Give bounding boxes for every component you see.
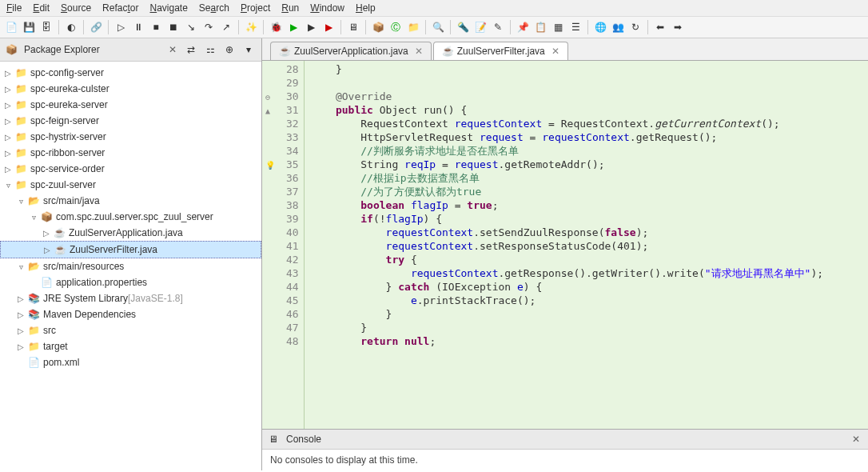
new-folder-button[interactable]: 📁 bbox=[405, 19, 421, 35]
tree-item[interactable]: ▷📁spc-hystrix-server bbox=[0, 129, 261, 145]
new-pkg-button[interactable]: 📦 bbox=[370, 19, 386, 35]
project-tree[interactable]: ▷📁spc-config-server▷📁spc-eureka-culster▷… bbox=[0, 62, 261, 470]
tree-item[interactable]: ▷📚JRE System Library [JavaSE-1.8] bbox=[0, 290, 261, 306]
resume-button[interactable]: ▷ bbox=[113, 19, 129, 35]
code-area[interactable]: } @Override public Object run() { Reques… bbox=[305, 61, 830, 429]
tree-item[interactable]: ▷📁spc-feign-server bbox=[0, 113, 261, 129]
coverage-button[interactable]: ▶ bbox=[303, 19, 319, 35]
tree-label: spc-eureka-culster bbox=[30, 83, 109, 94]
twisty-icon[interactable]: ▷ bbox=[16, 310, 26, 319]
tree-item[interactable]: ▷📁src bbox=[0, 322, 261, 338]
server-button[interactable]: 🖥 bbox=[345, 19, 361, 35]
ext-tools-button[interactable]: ▶ bbox=[321, 19, 336, 35]
step-over-button[interactable]: ↷ bbox=[201, 19, 217, 35]
new-class-button[interactable]: Ⓒ bbox=[388, 19, 404, 35]
save-all-button[interactable]: 🗄 bbox=[38, 19, 54, 35]
twisty-icon[interactable]: ▷ bbox=[3, 149, 13, 158]
pin-button[interactable]: 📌 bbox=[515, 19, 531, 35]
run-last-button[interactable]: ↻ bbox=[627, 19, 643, 35]
twisty-icon[interactable]: ▷ bbox=[16, 326, 26, 335]
open-type-button[interactable]: 🔍 bbox=[430, 19, 446, 35]
tab-close-icon[interactable]: ✕ bbox=[415, 46, 423, 57]
twisty-icon[interactable]: ▷ bbox=[16, 342, 26, 351]
back-button[interactable]: ⬅ bbox=[652, 19, 668, 35]
tree-label: src/main/java bbox=[43, 195, 100, 206]
close-icon[interactable]: ✕ bbox=[165, 44, 180, 55]
tree-label: ZuulServerApplication.java bbox=[69, 227, 183, 238]
link-button[interactable]: 🔗 bbox=[88, 19, 104, 35]
twisty-icon[interactable]: ▷ bbox=[16, 294, 26, 303]
tree-item[interactable]: ▿📦com.spc.zuul.server.spc_zuul_server bbox=[0, 209, 261, 225]
tree-item[interactable]: 📄application.properties bbox=[0, 274, 261, 290]
editor-tab[interactable]: ☕ZuulServerFilter.java✕ bbox=[433, 42, 568, 60]
tree-item[interactable]: 📄pom.xml bbox=[0, 354, 261, 370]
menu-project[interactable]: Project bbox=[241, 2, 270, 14]
twisty-icon[interactable]: ▿ bbox=[3, 181, 13, 190]
step-into-button[interactable]: ↘ bbox=[183, 19, 199, 35]
twisty-icon[interactable]: ▷ bbox=[3, 117, 13, 126]
tree-item[interactable]: ▿📁spc-zuul-server bbox=[0, 177, 261, 193]
console-close-icon[interactable]: ✕ bbox=[849, 434, 863, 445]
forward-button[interactable]: ➡ bbox=[670, 19, 686, 35]
people-button[interactable]: 👥 bbox=[610, 19, 626, 35]
debug-button[interactable]: 🐞 bbox=[268, 19, 284, 35]
code-editor[interactable]: 282930⊖31▲32333435💡363738394041424344454… bbox=[262, 61, 868, 429]
twisty-icon[interactable]: ▷ bbox=[3, 101, 13, 110]
twisty-icon[interactable]: ▷ bbox=[3, 133, 13, 142]
tree-item[interactable]: ▷☕ZuulServerApplication.java bbox=[0, 225, 261, 241]
package-explorer-panel: 📦 Package Explorer ✕ ⇄ ⚏ ⊕ ▾ ▷📁spc-confi… bbox=[0, 38, 262, 470]
run-button[interactable]: ▶ bbox=[285, 19, 301, 35]
menu-edit[interactable]: Edit bbox=[33, 2, 50, 14]
toggle-button[interactable]: ◐ bbox=[63, 19, 79, 35]
menu-search[interactable]: Search bbox=[199, 2, 229, 14]
menu-refactor[interactable]: Refactor bbox=[102, 2, 138, 14]
save-button[interactable]: 💾 bbox=[21, 19, 37, 35]
grid-button[interactable]: ▦ bbox=[550, 19, 566, 35]
disconnect-button[interactable]: ⏹ bbox=[165, 19, 181, 35]
globe-button[interactable]: 🌐 bbox=[592, 19, 608, 35]
twisty-icon[interactable]: ▿ bbox=[16, 262, 26, 271]
search-button[interactable]: 🔦 bbox=[455, 19, 471, 35]
tree-item[interactable]: ▷📁target bbox=[0, 338, 261, 354]
annotation-button[interactable]: 📝 bbox=[472, 19, 488, 35]
console-icon: 🖥 bbox=[267, 433, 280, 446]
menu-navigate[interactable]: Navigate bbox=[149, 2, 187, 14]
twisty-icon[interactable]: ▷ bbox=[42, 246, 52, 254]
tab-close-icon[interactable]: ✕ bbox=[551, 46, 559, 57]
stop-button[interactable]: ■ bbox=[148, 19, 164, 35]
collapse-all-button[interactable]: ⇄ bbox=[183, 42, 199, 58]
tree-item[interactable]: ▷☕ZuulServerFilter.java bbox=[0, 241, 261, 258]
tree-suffix: [JavaSE-1.8] bbox=[128, 293, 183, 304]
outline-button[interactable]: ☰ bbox=[567, 19, 583, 35]
focus-button[interactable]: ⊕ bbox=[221, 42, 237, 58]
menu-run[interactable]: Run bbox=[281, 2, 299, 14]
task-button[interactable]: ✎ bbox=[490, 19, 506, 35]
twisty-icon[interactable]: ▷ bbox=[42, 229, 51, 238]
twisty-icon[interactable]: ▷ bbox=[3, 85, 13, 94]
menu-source[interactable]: Source bbox=[61, 2, 91, 14]
tree-item[interactable]: ▷📁spc-config-server bbox=[0, 65, 261, 81]
tab-label: ZuulServerFilter.java bbox=[457, 46, 545, 57]
new-button[interactable]: 📄 bbox=[3, 19, 19, 35]
tree-item[interactable]: ▷📁spc-eureka-server bbox=[0, 97, 261, 113]
pause-button[interactable]: ⏸ bbox=[130, 19, 146, 35]
twisty-icon[interactable]: ▿ bbox=[29, 213, 38, 222]
tree-item[interactable]: ▷📁spc-eureka-culster bbox=[0, 81, 261, 97]
clipboard-button[interactable]: 📋 bbox=[532, 19, 548, 35]
wizard-button[interactable]: ✨ bbox=[243, 19, 259, 35]
tree-item[interactable]: ▷📚Maven Dependencies bbox=[0, 306, 261, 322]
step-return-button[interactable]: ↗ bbox=[218, 19, 234, 35]
menu-help[interactable]: Help bbox=[356, 2, 376, 14]
twisty-icon[interactable]: ▷ bbox=[3, 69, 13, 78]
menu-window[interactable]: Window bbox=[310, 2, 344, 14]
twisty-icon[interactable]: ▿ bbox=[16, 197, 26, 206]
tree-item[interactable]: ▷📁spc-service-order bbox=[0, 161, 261, 177]
tree-item[interactable]: ▷📁spc-ribbon-server bbox=[0, 145, 261, 161]
menu-file[interactable]: File bbox=[6, 2, 22, 14]
tree-item[interactable]: ▿📂src/main/java bbox=[0, 193, 261, 209]
twisty-icon[interactable]: ▷ bbox=[3, 165, 13, 174]
tree-item[interactable]: ▿📂src/main/resources bbox=[0, 258, 261, 274]
link-editor-button[interactable]: ⚏ bbox=[202, 42, 218, 58]
view-menu-button[interactable]: ▾ bbox=[241, 42, 257, 58]
editor-tab[interactable]: ☕ZuulServerApplication.java✕ bbox=[270, 42, 432, 60]
